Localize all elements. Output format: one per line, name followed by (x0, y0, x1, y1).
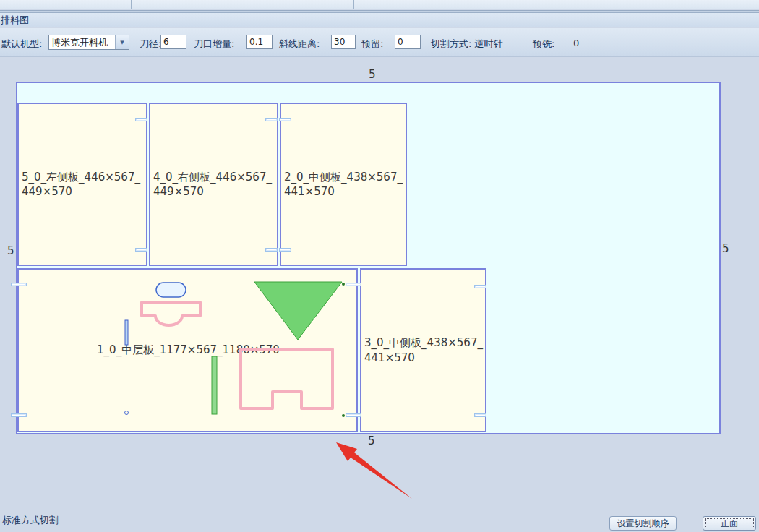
set-cut-order-button[interactable]: 设置切割顺序 (609, 516, 677, 531)
reserve-input[interactable] (395, 35, 421, 49)
machine-type-value: 博米克开料机 (49, 35, 115, 49)
edge-gap-label-top: 5 (369, 68, 376, 81)
edge-gap-label-bottom: 5 (368, 434, 375, 447)
panel-name: 4_0_右侧板 (153, 171, 210, 184)
chevron-down-icon[interactable]: ▼ (115, 35, 129, 49)
slot-mark (279, 248, 291, 252)
panel-4-0-right-side[interactable]: 4_0_右侧板_446×567_449×570 (149, 103, 278, 266)
section-titlebar: 排料图 (0, 13, 759, 27)
panel-name: 1_0_中层板 (97, 343, 154, 356)
tool-diameter-label: 刀径: (140, 38, 161, 51)
slot-mark (346, 283, 361, 286)
slot-mark (11, 413, 27, 417)
page-title: 排料图 (1, 14, 29, 25)
drill-dot (342, 414, 345, 417)
slot-mark (135, 118, 147, 121)
edge-gap-label-left: 5 (7, 244, 14, 257)
tool-diameter-input[interactable] (160, 35, 186, 49)
panel-1-0-middle-layer[interactable]: 1_0_中层板_1177×567_1180×570 (17, 268, 358, 432)
column-divider (131, 0, 132, 9)
panel-name: 2_0_中侧板 (284, 171, 341, 184)
slot-mark (474, 285, 486, 288)
premill-value: 0 (573, 38, 579, 48)
small-hole-mark (124, 411, 129, 415)
slot-mark (346, 413, 361, 417)
panel-name: 5_0_左侧板 (22, 171, 79, 184)
cut-mode-status: 标准方式切割 (2, 514, 59, 527)
slot-mark (265, 118, 278, 121)
slot-mark (279, 118, 291, 121)
panel-5-0-left-side[interactable]: 5_0_左侧板_446×567_449×570 (17, 103, 147, 266)
panel-dims: _1177×567_1180×570 (154, 343, 280, 356)
diagonal-distance-label: 斜线距离: (279, 38, 320, 51)
edge-gap-label-right: 5 (722, 242, 729, 255)
slot-mark (474, 413, 486, 417)
machine-type-label: 默认机型: (1, 38, 42, 51)
diagonal-distance-input[interactable] (331, 35, 356, 49)
panel-3-0-middle-side[interactable]: 3_0_中侧板_438×567_441×570 (360, 268, 486, 432)
cut-mode-label: 切割方式: 逆时针 (431, 38, 503, 51)
reserve-label: 预留: (361, 38, 383, 51)
top-grid-strip (0, 0, 759, 9)
slot-mark (265, 248, 278, 252)
kerf-increment-input[interactable] (246, 35, 273, 49)
slot-mark (11, 283, 27, 286)
front-side-button[interactable]: 正面 (703, 516, 756, 531)
panel-2-0-middle-side[interactable]: 2_0_中侧板_438×567_441×570 (280, 103, 407, 266)
machine-type-select[interactable]: 博米克开料机 ▼ (48, 35, 129, 50)
premill-label: 预铣: (533, 38, 554, 51)
column-divider (353, 0, 354, 9)
panel-name: 3_0_中侧板 (364, 336, 421, 349)
drill-dot (342, 283, 345, 286)
kerf-increment-label: 刀口增量: (194, 38, 234, 51)
slot-mark (135, 248, 147, 252)
red-annotation-arrow (336, 442, 412, 499)
